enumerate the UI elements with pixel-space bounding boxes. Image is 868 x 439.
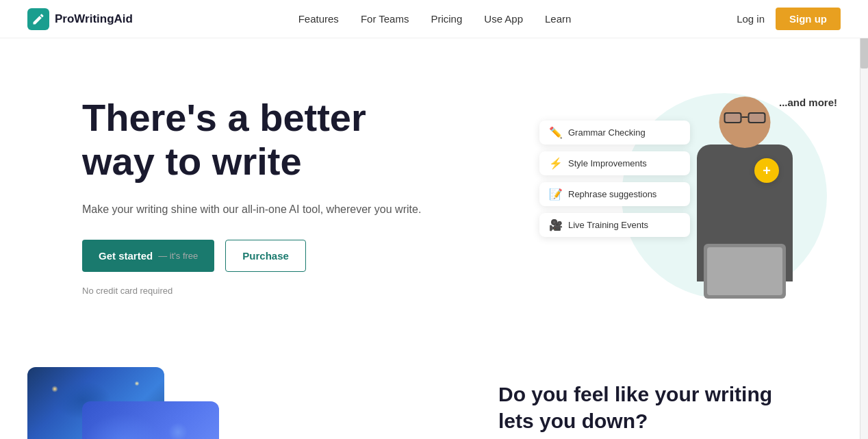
blue-card-swirls bbox=[82, 401, 219, 439]
feature-label-grammar: Grammar Checking bbox=[568, 127, 646, 138]
hero-subtitle: Make your writing shine with our all-in-… bbox=[82, 201, 421, 218]
nav-pricing[interactable]: Pricing bbox=[431, 13, 462, 25]
get-started-button[interactable]: Get started — it's free bbox=[82, 240, 214, 272]
blue-card: My idea in my head bbox=[82, 401, 219, 439]
free-note: — it's free bbox=[158, 251, 198, 261]
grammar-icon: ✏️ bbox=[549, 126, 563, 139]
get-started-label: Get started bbox=[99, 250, 153, 262]
hero-left: There's a better way to write Make your … bbox=[82, 96, 421, 296]
nav-features[interactable]: Features bbox=[298, 13, 339, 25]
logo[interactable]: ProWritingAid bbox=[27, 8, 133, 30]
purchase-button[interactable]: Purchase bbox=[225, 240, 306, 272]
nav-links: Features For Teams Pricing Use App Learn bbox=[298, 13, 572, 25]
feature-card-training: 🎥 Live Training Events bbox=[539, 213, 690, 237]
hero-title: There's a better way to write bbox=[82, 96, 421, 184]
signup-button[interactable]: Sign up bbox=[776, 8, 841, 30]
feature-label-style: Style Improvements bbox=[568, 158, 647, 168]
section2-text: Do you feel like your writing lets you d… bbox=[498, 367, 813, 439]
navbar: ProWritingAid Features For Teams Pricing… bbox=[0, 0, 868, 38]
nav-for-teams[interactable]: For Teams bbox=[361, 13, 409, 25]
page-scrollbar[interactable] bbox=[860, 0, 868, 439]
section2-title: Do you feel like your writing lets you d… bbox=[498, 381, 813, 434]
no-credit-card-text: No credit card required bbox=[82, 286, 421, 296]
feature-label-training: Live Training Events bbox=[568, 220, 648, 230]
nav-actions: Log in Sign up bbox=[737, 8, 841, 30]
feature-card-style: ⚡ Style Improvements bbox=[539, 151, 690, 175]
feature-cards: ✏️ Grammar Checking ⚡ Style Improvements… bbox=[539, 121, 690, 237]
feature-card-grammar: ✏️ Grammar Checking bbox=[539, 121, 690, 145]
nav-learn[interactable]: Learn bbox=[545, 13, 571, 25]
feature-label-rephrase: Rephrase suggestions bbox=[568, 189, 656, 199]
laptop bbox=[704, 244, 786, 299]
hero-buttons: Get started — it's free Purchase bbox=[82, 240, 421, 272]
hero-title-line2: way to write bbox=[82, 140, 302, 183]
plus-badge: + bbox=[754, 158, 779, 183]
nav-use-app[interactable]: Use App bbox=[484, 13, 523, 25]
logo-icon bbox=[27, 8, 49, 30]
and-more-label: ...and more! bbox=[779, 97, 837, 108]
logo-text: ProWritingAid bbox=[55, 12, 133, 26]
login-button[interactable]: Log in bbox=[737, 13, 765, 25]
section2: My idea in my head Do you feel like your… bbox=[0, 340, 868, 439]
pencil-icon bbox=[31, 12, 45, 26]
hero-section: There's a better way to write Make your … bbox=[0, 38, 868, 340]
person-illustration bbox=[669, 86, 820, 312]
rephrase-icon: 📝 bbox=[549, 188, 563, 201]
style-icon: ⚡ bbox=[549, 157, 563, 170]
feature-card-rephrase: 📝 Rephrase suggestions bbox=[539, 182, 690, 206]
section2-imagery: My idea in my head bbox=[27, 367, 301, 439]
hero-illustration: ...and more! + ✏️ Grammar Checking ⚡ Sty… bbox=[553, 79, 841, 312]
person-glasses bbox=[723, 112, 767, 125]
training-icon: 🎥 bbox=[549, 218, 563, 231]
hero-title-line1: There's a better bbox=[82, 96, 366, 139]
